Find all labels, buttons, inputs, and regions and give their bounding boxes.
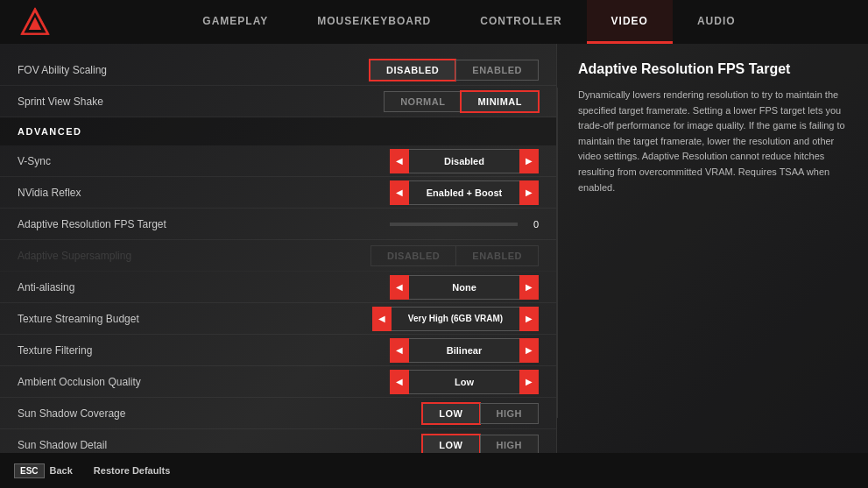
setting-adaptive-resolution: Adaptive Resolution FPS Target 0 bbox=[0, 209, 556, 240]
info-panel-title: Adaptive Resolution FPS Target bbox=[578, 61, 847, 77]
ambient-occlusion-next[interactable]: ▶ bbox=[519, 370, 539, 394]
label-adaptive-resolution: Adaptive Resolution FPS Target bbox=[18, 218, 390, 230]
controls-sprint-view-shake: Normal Minimal bbox=[384, 91, 539, 112]
label-anti-aliasing: Anti-aliasing bbox=[18, 281, 390, 294]
toggle-sprint-normal[interactable]: Normal bbox=[384, 91, 461, 112]
anti-aliasing-prev[interactable]: ◀ bbox=[390, 275, 409, 300]
nvidia-reflex-prev[interactable]: ◀ bbox=[390, 180, 409, 205]
setting-ambient-occlusion: Ambient Occlusion Quality ◀ Low ▶ bbox=[0, 366, 556, 398]
arrow-anti-aliasing: ◀ None ▶ bbox=[390, 275, 539, 300]
setting-texture-streaming: Texture Streaming Budget ◀ Very High (6G… bbox=[0, 303, 556, 335]
toggle-fov-disabled[interactable]: Disabled bbox=[370, 60, 455, 81]
tab-mouse-keyboard[interactable]: Mouse/Keyboard bbox=[293, 0, 455, 44]
arrow-ambient-occlusion: ◀ Low ▶ bbox=[390, 370, 539, 394]
label-adaptive-supersampling: Adaptive Supersampling bbox=[18, 250, 370, 262]
setting-sun-shadow-detail: Sun Shadow Detail Low High bbox=[0, 429, 556, 453]
controls-sun-shadow-detail: Low High bbox=[422, 435, 539, 454]
controls-adaptive-resolution: 0 bbox=[390, 219, 539, 230]
slider-value-adaptive: 0 bbox=[525, 219, 539, 230]
advanced-section-header: Advanced bbox=[0, 117, 556, 145]
nav-tabs: Gameplay Mouse/Keyboard Controller Video… bbox=[70, 0, 868, 44]
controls-texture-streaming: ◀ Very High (6GB VRAM) ▶ bbox=[372, 307, 539, 331]
settings-panel: FOV Ability Scaling Disabled Enabled Spr… bbox=[0, 44, 556, 453]
toggle-sprint-view-shake: Normal Minimal bbox=[384, 91, 539, 112]
anti-aliasing-next[interactable]: ▶ bbox=[519, 275, 539, 300]
logo-area bbox=[0, 6, 70, 38]
tab-audio[interactable]: Audio bbox=[673, 0, 760, 44]
toggle-sun-shadow-detail-low[interactable]: Low bbox=[422, 435, 479, 454]
toggle-sun-shadow-coverage-high[interactable]: High bbox=[480, 403, 540, 424]
restore-defaults-label: Restore Defaults bbox=[94, 465, 170, 476]
restore-defaults-button[interactable]: Restore Defaults bbox=[94, 465, 170, 476]
controls-ambient-occlusion: ◀ Low ▶ bbox=[390, 370, 539, 394]
arrow-texture-filtering: ◀ Bilinear ▶ bbox=[390, 338, 539, 363]
toggle-fov-ability-scaling: Disabled Enabled bbox=[370, 60, 539, 81]
label-fov-ability-scaling: FOV Ability Scaling bbox=[18, 64, 370, 76]
toggle-sun-shadow-coverage-low[interactable]: Low bbox=[422, 403, 479, 424]
texture-streaming-next[interactable]: ▶ bbox=[519, 307, 539, 331]
tab-controller[interactable]: Controller bbox=[455, 0, 586, 44]
label-texture-filtering: Texture Filtering bbox=[18, 344, 390, 357]
info-panel-body: Dynamically lowers rendering resolution … bbox=[578, 88, 847, 195]
arrow-nvidia-reflex: ◀ Enabled + Boost ▶ bbox=[390, 180, 539, 205]
controls-anti-aliasing: ◀ None ▶ bbox=[390, 275, 539, 300]
texture-streaming-prev[interactable]: ◀ bbox=[372, 307, 392, 331]
label-sun-shadow-detail: Sun Shadow Detail bbox=[18, 439, 422, 451]
texture-filtering-next[interactable]: ▶ bbox=[519, 338, 539, 363]
top-navigation: Gameplay Mouse/Keyboard Controller Video… bbox=[0, 0, 868, 44]
setting-vsync: V-Sync ◀ Disabled ▶ bbox=[0, 145, 556, 177]
tab-video[interactable]: Video bbox=[587, 0, 673, 44]
slider-adaptive-resolution: 0 bbox=[390, 219, 539, 230]
arrow-texture-streaming: ◀ Very High (6GB VRAM) ▶ bbox=[372, 307, 539, 331]
controls-nvidia-reflex: ◀ Enabled + Boost ▶ bbox=[390, 180, 539, 205]
ambient-occlusion-prev[interactable]: ◀ bbox=[390, 370, 409, 394]
label-vsync: V-Sync bbox=[18, 155, 390, 167]
label-texture-streaming: Texture Streaming Budget bbox=[18, 313, 372, 325]
toggle-sun-shadow-detail-high[interactable]: High bbox=[480, 435, 540, 454]
setting-sun-shadow-coverage: Sun Shadow Coverage Low High bbox=[0, 398, 556, 429]
slider-track-adaptive[interactable] bbox=[390, 223, 518, 226]
main-content: FOV Ability Scaling Disabled Enabled Spr… bbox=[0, 44, 868, 453]
esc-key-label: ESC bbox=[14, 463, 45, 478]
controls-sun-shadow-coverage: Low High bbox=[422, 403, 539, 424]
controls-adaptive-supersampling: Disabled Enabled bbox=[370, 245, 539, 266]
setting-nvidia-reflex: NVidia Reflex ◀ Enabled + Boost ▶ bbox=[0, 177, 556, 209]
texture-filtering-value: Bilinear bbox=[409, 338, 519, 363]
nvidia-reflex-next[interactable]: ▶ bbox=[519, 180, 539, 205]
label-sun-shadow-coverage: Sun Shadow Coverage bbox=[18, 407, 422, 420]
texture-filtering-prev[interactable]: ◀ bbox=[390, 338, 409, 363]
toggle-supersampling-disabled: Disabled bbox=[370, 245, 455, 266]
toggle-sun-shadow-detail: Low High bbox=[422, 435, 539, 454]
setting-sprint-view-shake: Sprint View Shake Normal Minimal bbox=[0, 86, 556, 117]
panel-divider bbox=[556, 88, 558, 418]
vsync-next[interactable]: ▶ bbox=[519, 149, 539, 173]
setting-anti-aliasing: Anti-aliasing ◀ None ▶ bbox=[0, 272, 556, 303]
setting-fov-ability-scaling: FOV Ability Scaling Disabled Enabled bbox=[0, 54, 556, 86]
toggle-supersampling-enabled: Enabled bbox=[455, 245, 539, 266]
nvidia-reflex-value: Enabled + Boost bbox=[409, 180, 519, 205]
controls-fov-ability-scaling: Disabled Enabled bbox=[370, 60, 539, 81]
vsync-prev[interactable]: ◀ bbox=[390, 149, 409, 173]
info-panel: Adaptive Resolution FPS Target Dynamical… bbox=[556, 44, 868, 453]
back-button[interactable]: ESC Back bbox=[14, 463, 73, 478]
controls-texture-filtering: ◀ Bilinear ▶ bbox=[390, 338, 539, 363]
setting-adaptive-supersampling: Adaptive Supersampling Disabled Enabled bbox=[0, 240, 556, 272]
anti-aliasing-value: None bbox=[409, 275, 519, 300]
toggle-fov-enabled[interactable]: Enabled bbox=[455, 60, 539, 81]
toggle-sprint-minimal[interactable]: Minimal bbox=[461, 91, 539, 112]
apex-logo bbox=[19, 6, 51, 38]
label-nvidia-reflex: NVidia Reflex bbox=[18, 187, 390, 199]
controls-vsync: ◀ Disabled ▶ bbox=[390, 149, 539, 173]
arrow-vsync: ◀ Disabled ▶ bbox=[390, 149, 539, 173]
bottom-bar: ESC Back Restore Defaults bbox=[0, 453, 868, 488]
texture-streaming-value: Very High (6GB VRAM) bbox=[392, 307, 519, 331]
setting-texture-filtering: Texture Filtering ◀ Bilinear ▶ bbox=[0, 335, 556, 366]
tab-gameplay[interactable]: Gameplay bbox=[178, 0, 293, 44]
back-label: Back bbox=[50, 465, 73, 476]
toggle-sun-shadow-coverage: Low High bbox=[422, 403, 539, 424]
vsync-value: Disabled bbox=[409, 149, 519, 173]
label-sprint-view-shake: Sprint View Shake bbox=[18, 95, 384, 108]
advanced-section-label: Advanced bbox=[18, 126, 82, 137]
label-ambient-occlusion: Ambient Occlusion Quality bbox=[18, 376, 390, 388]
toggle-adaptive-supersampling: Disabled Enabled bbox=[370, 245, 539, 266]
